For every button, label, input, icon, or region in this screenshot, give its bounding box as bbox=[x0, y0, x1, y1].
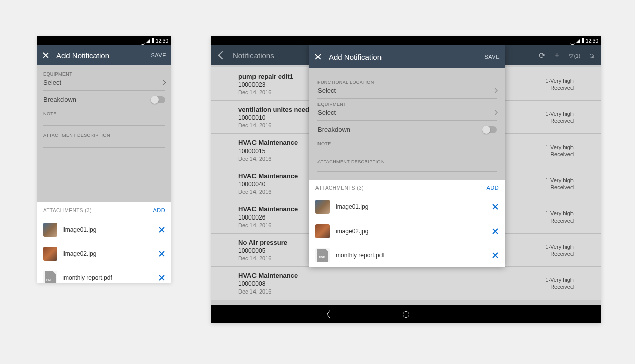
note-label: NOTE bbox=[318, 141, 497, 147]
attachments-title: ATTACHMENTS (3) bbox=[315, 185, 364, 191]
phone-mockup: 12:30 Add Notification SAVE EQUIPMENT Se… bbox=[37, 36, 171, 283]
breakdown-toggle[interactable] bbox=[151, 96, 165, 103]
notif-id: 10000040 bbox=[238, 181, 298, 188]
chevron-right-icon bbox=[493, 88, 498, 93]
attach-desc-input[interactable] bbox=[318, 171, 497, 172]
add-attachment-button[interactable]: ADD bbox=[487, 185, 499, 191]
notif-title: HVAC Maintenance bbox=[238, 205, 298, 213]
notif-id: 10000026 bbox=[238, 214, 298, 221]
status-bar: 12:30 bbox=[37, 36, 171, 45]
chevron-right-icon bbox=[493, 110, 498, 115]
delete-attachment-button[interactable] bbox=[492, 252, 499, 259]
wifi-icon bbox=[140, 39, 145, 43]
dialog-title: Add Notification bbox=[329, 53, 484, 61]
notif-priority: 1-Very high bbox=[545, 177, 574, 183]
notif-status: Received bbox=[545, 184, 574, 190]
close-icon[interactable] bbox=[314, 53, 322, 60]
notif-date: Dec 14, 2016 bbox=[238, 156, 298, 162]
wifi-icon bbox=[569, 39, 575, 43]
notification-item[interactable]: HVAC Maintenance10000008Dec 14, 20161-Ve… bbox=[211, 267, 601, 300]
equipment-select[interactable]: Select bbox=[318, 107, 497, 121]
nav-recent-icon[interactable] bbox=[480, 312, 485, 317]
image-thumbnail bbox=[315, 200, 330, 214]
nav-back-icon[interactable] bbox=[326, 310, 332, 318]
android-nav-bar bbox=[211, 305, 601, 323]
notif-title: pump repair edit1 bbox=[238, 72, 293, 80]
status-bar: 12:30 bbox=[211, 36, 601, 45]
note-input[interactable] bbox=[43, 125, 165, 126]
notif-priority: 1-Very high bbox=[545, 277, 574, 283]
note-input[interactable] bbox=[318, 154, 497, 154]
equipment-label: EQUIPMENT bbox=[318, 102, 497, 107]
add-attachment-button[interactable]: ADD bbox=[153, 207, 165, 213]
file-name: monthly report.pdf bbox=[336, 252, 486, 259]
delete-attachment-button[interactable] bbox=[158, 226, 165, 233]
notif-title: HVAC Maintenance bbox=[238, 139, 298, 147]
file-name: image02.jpg bbox=[64, 250, 152, 257]
notif-title: HVAC Maintenance bbox=[238, 272, 298, 279]
save-button[interactable]: SAVE bbox=[484, 54, 500, 60]
attachment-item: image01.jpg bbox=[37, 217, 171, 242]
filter-icon[interactable]: (1) bbox=[569, 51, 580, 60]
file-name: image02.jpg bbox=[336, 228, 486, 235]
notif-priority: 1-Very high bbox=[545, 210, 574, 216]
add-icon[interactable] bbox=[554, 50, 560, 61]
image-thumbnail bbox=[315, 224, 330, 238]
notif-id: 10000008 bbox=[238, 280, 298, 287]
pdf-icon bbox=[315, 248, 330, 262]
notif-priority: 1-Very high bbox=[545, 244, 574, 250]
notif-date: Dec 14, 2016 bbox=[238, 222, 298, 228]
attachment-item: image01.jpg bbox=[309, 195, 505, 219]
notif-id: 10000010 bbox=[238, 114, 313, 121]
note-label: NOTE bbox=[43, 111, 165, 116]
notif-title: No Air pressure bbox=[238, 239, 287, 246]
status-time: 12:30 bbox=[156, 38, 168, 44]
attachment-item: monthly report.pdf bbox=[37, 266, 171, 283]
attach-desc-label: ATTACHMENT DESCRIPTION bbox=[318, 159, 497, 164]
refresh-icon[interactable] bbox=[539, 51, 545, 60]
image-thumbnail bbox=[43, 247, 57, 261]
delete-attachment-button[interactable] bbox=[158, 274, 165, 281]
battery-icon bbox=[152, 39, 154, 43]
delete-attachment-button[interactable] bbox=[158, 250, 165, 257]
file-name: image01.jpg bbox=[336, 203, 486, 210]
attach-desc-label: ATTACHMENT DESCRIPTION bbox=[43, 133, 165, 138]
search-icon[interactable] bbox=[589, 50, 594, 60]
delete-attachment-button[interactable] bbox=[492, 228, 499, 235]
page-title: Add Notification bbox=[56, 51, 151, 60]
file-name: monthly report.pdf bbox=[64, 274, 152, 281]
func-loc-label: FUNCTIONAL LOCATION bbox=[318, 80, 497, 85]
func-loc-select[interactable]: Select bbox=[318, 85, 497, 99]
equipment-select[interactable]: Select bbox=[43, 77, 165, 91]
notif-title: HVAC Maintenance bbox=[238, 172, 298, 180]
image-thumbnail bbox=[43, 223, 57, 237]
pdf-icon bbox=[43, 271, 57, 283]
attachment-item: monthly report.pdf bbox=[309, 243, 505, 267]
signal-icon bbox=[146, 39, 150, 43]
back-icon[interactable] bbox=[218, 51, 226, 59]
notif-date: Dec 14, 2016 bbox=[238, 122, 313, 128]
notif-status: Received bbox=[545, 251, 574, 257]
add-notification-dialog: Add Notification SAVE FUNCTIONAL LOCATIO… bbox=[309, 45, 505, 267]
breakdown-toggle[interactable] bbox=[483, 126, 497, 133]
notif-priority: 1-Very high bbox=[545, 78, 574, 84]
form-body: EQUIPMENT Select Breakdown NOTE ATTACHME… bbox=[37, 65, 171, 202]
attachments-section: ATTACHMENTS (3) ADD image01.jpgimage02.j… bbox=[37, 202, 171, 283]
notif-priority: 1-Very high bbox=[545, 144, 574, 150]
tablet-mockup: 12:30 Notifications (1) pump repair edit… bbox=[211, 36, 601, 323]
attach-desc-input[interactable] bbox=[43, 147, 165, 148]
breakdown-label: Breakdown bbox=[318, 126, 350, 133]
battery-icon bbox=[582, 39, 584, 43]
nav-home-icon[interactable] bbox=[403, 311, 409, 318]
notif-status: Received bbox=[545, 217, 574, 224]
notif-id: 10000023 bbox=[238, 81, 293, 88]
notif-date: Dec 14, 2016 bbox=[238, 189, 298, 195]
attachments-title: ATTACHMENTS (3) bbox=[43, 208, 92, 213]
delete-attachment-button[interactable] bbox=[492, 203, 499, 210]
signal-icon bbox=[576, 39, 580, 43]
save-button[interactable]: SAVE bbox=[151, 52, 166, 58]
file-name: image01.jpg bbox=[64, 226, 152, 233]
close-icon[interactable] bbox=[42, 52, 49, 59]
equipment-label: EQUIPMENT bbox=[43, 71, 165, 77]
notif-status: Received bbox=[545, 284, 574, 290]
